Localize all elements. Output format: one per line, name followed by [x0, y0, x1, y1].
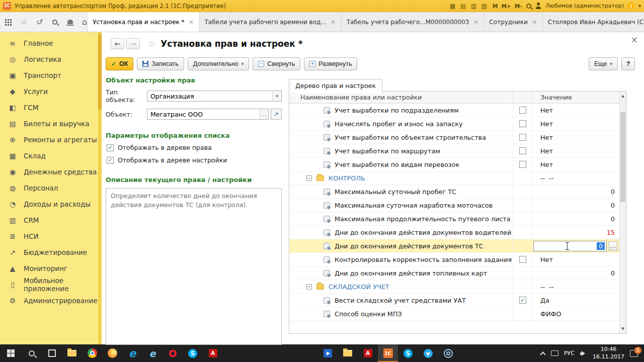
tree-setting-row[interactable]: Максимальная суточная наработка моточасо…	[289, 199, 619, 212]
value-checkbox[interactable]: ✓	[519, 297, 526, 304]
column-header-value[interactable]: Значение	[532, 92, 619, 103]
taskbar-media-player-icon[interactable]	[317, 344, 338, 362]
info-icon[interactable]: i	[628, 3, 634, 9]
object-type-select[interactable]: Организация ▾	[147, 90, 282, 102]
more-button[interactable]: Еще ▾	[589, 57, 618, 70]
taskbar-1c-enterprise-icon[interactable]: 1С	[378, 344, 398, 362]
sidebar-scrollbar[interactable]	[98, 32, 102, 344]
sidebar-item-tickets[interactable]: Билеты и выручка	[0, 116, 102, 132]
tab-close-icon[interactable]: ×	[189, 18, 194, 26]
tab-5[interactable]: Столяров Иван Аркадьевич (Сотруд...×	[543, 12, 644, 32]
value-edit-field[interactable]: 0	[533, 241, 607, 251]
tree-setting-row[interactable]: Учет выработки по объектам строительства…	[289, 131, 619, 144]
collapse-button[interactable]: − Свернуть	[253, 57, 300, 70]
volume-icon[interactable]	[580, 350, 587, 356]
menu-grid-button[interactable]	[0, 12, 16, 32]
expand-button[interactable]: + Развернуть	[304, 57, 357, 70]
history-button[interactable]	[31, 12, 47, 32]
tree-setting-row[interactable]: Учет выработки по маршрутамНет	[289, 144, 619, 158]
object-type-dropdown-icon[interactable]: ▾	[272, 91, 281, 101]
tray-chevron-up-icon[interactable]	[540, 351, 545, 356]
sidebar-item-services[interactable]: Услуги	[0, 83, 102, 100]
tree-tab[interactable]: Дерево прав и настроек	[289, 79, 382, 93]
tree-setting-row[interactable]: Учет выработки по видам перевозокНет	[289, 158, 619, 171]
back-button[interactable]: ←	[111, 38, 124, 49]
favorite-star-icon[interactable]: ☆	[148, 39, 155, 49]
memory-button-2[interactable]: M+	[501, 3, 511, 9]
taskbar-acrobat-icon[interactable]: A	[203, 344, 223, 362]
language-indicator[interactable]: РУС	[564, 350, 575, 356]
ok-button[interactable]: ✓ ОК	[106, 57, 133, 70]
clipboard-icon[interactable]	[480, 2, 488, 10]
taskbar-settings-icon[interactable]	[438, 344, 458, 362]
notification-center-icon[interactable]: 5	[630, 350, 638, 357]
sidebar-item-crm[interactable]: CRM	[0, 212, 102, 228]
value-checkbox[interactable]	[519, 147, 526, 154]
sidebar-item-home[interactable]: Главное	[0, 35, 102, 51]
collapse-expander-icon[interactable]: −	[306, 175, 312, 181]
sidebar-scroll-thumb[interactable]	[98, 34, 102, 110]
taskbar-edge-icon[interactable]: e	[122, 344, 142, 362]
help-button[interactable]: ?	[621, 57, 635, 70]
tab-2[interactable]: Табели учета рабочего времени вод...×	[200, 12, 342, 32]
show-settings-checkbox[interactable]: ✓	[107, 157, 114, 164]
current-user[interactable]: Любимов (администратор)	[545, 3, 624, 9]
value-checkbox[interactable]	[519, 120, 526, 127]
tree-setting-row[interactable]: Начислять пробег и износ на запаскуНет	[289, 117, 619, 131]
taskbar-search-button[interactable]	[22, 344, 42, 362]
home-button[interactable]	[82, 12, 87, 32]
favorites-star-button[interactable]	[16, 12, 31, 32]
calculator-icon[interactable]	[459, 2, 467, 10]
sidebar-item-fuel[interactable]: ГСМ	[0, 100, 102, 116]
show-settings-checkbox-row[interactable]: ✓ Отображать в дереве настройки	[107, 156, 282, 164]
tab-3[interactable]: Табель учета рабочего...М0000000003×	[342, 12, 485, 32]
sidebar-item-nsi[interactable]: НСИ	[0, 228, 102, 244]
search-button[interactable]	[47, 12, 62, 32]
scroll-up-icon[interactable]: ▲	[620, 93, 626, 100]
sidebar-item-warehouse[interactable]: Склад	[0, 148, 102, 164]
sidebar-item-logistics[interactable]: Логистика	[0, 51, 102, 67]
show-rights-checkbox[interactable]: ✓	[107, 144, 114, 151]
titlebar-chevron-down-icon[interactable]: ▾	[638, 3, 641, 9]
value-checkbox[interactable]	[519, 161, 526, 168]
start-button[interactable]	[0, 344, 22, 362]
memory-button-3[interactable]: M-	[514, 3, 523, 9]
tree-setting-row[interactable]: Способ оценки МПЗФИФО	[289, 307, 619, 321]
forward-button[interactable]: →	[126, 38, 140, 49]
taskbar-skype-window-icon[interactable]: S	[398, 344, 418, 362]
tray-display-icon[interactable]	[551, 350, 558, 356]
value-checkbox[interactable]	[519, 107, 526, 114]
tree-scrollbar[interactable]: ▲ ▼	[619, 92, 626, 333]
object-choose-button[interactable]: ...	[259, 109, 268, 119]
sidebar-item-mobile[interactable]: Мобильное приложение	[0, 277, 102, 293]
taskbar-firefox-icon[interactable]	[102, 344, 122, 362]
taskbar-telegram-icon[interactable]	[418, 344, 438, 362]
notifications-bell-button[interactable]	[62, 12, 78, 32]
scroll-down-icon[interactable]: ▼	[620, 325, 626, 332]
sidebar-item-budget[interactable]: Бюджетирование	[0, 244, 102, 260]
column-header-name[interactable]: Наименование права или настройки	[289, 92, 513, 103]
sidebar-item-monitoring[interactable]: Мониторинг	[0, 260, 102, 277]
tab-1[interactable]: Установка прав и настроек *×	[87, 12, 199, 32]
taskbar-file-explorer-icon[interactable]	[62, 344, 82, 362]
tab-4[interactable]: Сотрудники×	[484, 12, 542, 32]
tree-setting-row[interactable]: Контролировать корректность заполнения з…	[289, 253, 619, 266]
tree-setting-row[interactable]: Вести складской учет средствами УАТ✓Да	[289, 294, 619, 307]
more-actions-button[interactable]: Дополнительно ▾	[188, 57, 250, 70]
form-close-icon[interactable]: ×	[631, 35, 638, 45]
object-open-button[interactable]: ↗	[271, 109, 282, 120]
calendar-icon[interactable]	[449, 2, 456, 10]
collapse-expander-icon[interactable]: −	[306, 284, 312, 290]
show-rights-checkbox-row[interactable]: ✓ Отображать в дереве права	[107, 144, 282, 151]
taskbar-task-view-icon[interactable]	[42, 344, 62, 362]
taskbar-acrobat-window-icon[interactable]: A	[358, 344, 378, 362]
sidebar-item-money[interactable]: Денежные средства	[0, 164, 102, 180]
tree-group-row[interactable]: −СКЛАДСКОЙ УЧЕТ-- --	[289, 280, 619, 294]
notes-icon[interactable]	[470, 2, 477, 10]
taskbar-skype-icon[interactable]: S	[183, 344, 203, 362]
tree-setting-row[interactable]: Максимальный суточный пробег ТС0	[289, 185, 619, 199]
taskbar-folder-window-icon[interactable]	[338, 344, 358, 362]
sidebar-item-income[interactable]: Доходы и расходы	[0, 196, 102, 212]
taskbar-internet-explorer-icon[interactable]: e	[142, 344, 163, 362]
tree-setting-row[interactable]: Дни до окончания действия топливных карт…	[289, 266, 619, 280]
